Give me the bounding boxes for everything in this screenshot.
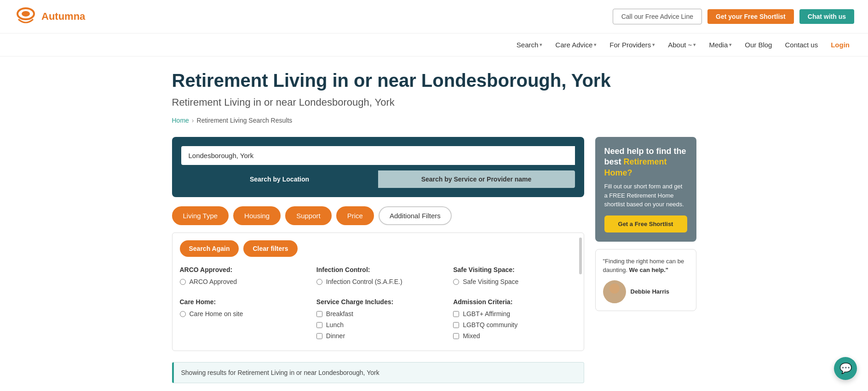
- top-bar-actions: Call our Free Advice Line Get your Free …: [613, 9, 854, 24]
- filter-grid: ARCO Approved: ARCO Approved Infection C…: [180, 266, 576, 343]
- filter-title-safe-visiting: Safe Visiting Space:: [453, 266, 576, 273]
- main-layout: Search by Location Search by Service or …: [172, 137, 696, 391]
- chat-icon: 💬: [839, 363, 852, 374]
- filter-checkbox-breakfast[interactable]: [316, 311, 322, 317]
- filter-checkbox-lunch[interactable]: [316, 322, 322, 328]
- filter-option-safe-visiting[interactable]: Safe Visiting Space: [453, 278, 576, 285]
- page-title: Retirement Living in or near Londesborou…: [172, 70, 696, 91]
- nav-contact[interactable]: Contact us: [780, 34, 822, 56]
- logo-link[interactable]: Autumna: [14, 5, 85, 28]
- breadcrumb: Home › Retirement Living Search Results: [172, 117, 696, 124]
- filter-radio-arco[interactable]: [180, 279, 186, 285]
- nav-blog[interactable]: Our Blog: [740, 34, 776, 56]
- chevron-down-icon: ▾: [729, 42, 732, 48]
- chat-button[interactable]: Chat with us: [799, 9, 854, 24]
- action-bar: Search Again Clear filters: [180, 240, 576, 257]
- page-subtitle: Retirement Living in or near Londesborou…: [172, 96, 696, 108]
- content-wrap: Retirement Living in or near Londesborou…: [158, 57, 710, 391]
- search-input-row: [181, 146, 575, 165]
- filter-option-arco[interactable]: ARCO Approved: [180, 278, 303, 285]
- testimonial-emphasis: We can help.": [629, 266, 668, 273]
- nav-media[interactable]: Media ▾: [704, 34, 736, 56]
- search-again-button[interactable]: Search Again: [180, 240, 239, 257]
- filter-section-service-charge: Service Charge Includes: Breakfast Lunch…: [316, 298, 439, 343]
- pill-living-type[interactable]: Living Type: [172, 206, 229, 225]
- pill-price[interactable]: Price: [336, 206, 374, 225]
- avatar: [603, 280, 626, 303]
- testimonial-card: "Finding the right home can be daunting.…: [595, 249, 696, 311]
- chevron-down-icon: ▾: [540, 42, 542, 48]
- main-nav: Search ▾ Care Advice ▾ For Providers ▾ A…: [0, 34, 868, 57]
- chevron-down-icon: ▾: [693, 42, 696, 48]
- additional-filters-panel: Search Again Clear filters ARCO Approved…: [172, 232, 584, 351]
- nav-login[interactable]: Login: [826, 34, 854, 56]
- nav-care-advice[interactable]: Care Advice ▾: [551, 34, 601, 56]
- svg-point-3: [606, 294, 623, 303]
- filter-option-care-home[interactable]: Care Home on site: [180, 310, 303, 317]
- testimonial-author: Debbie Harris: [603, 280, 689, 303]
- advice-button[interactable]: Call our Free Advice Line: [613, 9, 702, 24]
- filter-title-arco: ARCO Approved:: [180, 266, 303, 273]
- search-tabs: Search by Location Search by Service or …: [181, 170, 575, 188]
- filter-option-infection[interactable]: Infection Control (S.A.F.E.): [316, 278, 439, 285]
- results-info-bar: Showing results for Retirement Living in…: [172, 362, 584, 383]
- nav-search[interactable]: Search ▾: [512, 34, 547, 56]
- svg-point-2: [609, 283, 620, 294]
- nav-for-providers[interactable]: For Providers ▾: [605, 34, 660, 56]
- breadcrumb-home[interactable]: Home: [172, 117, 189, 124]
- filter-radio-infection[interactable]: [316, 279, 322, 285]
- chevron-down-icon: ▾: [594, 42, 597, 48]
- filter-radio-safe-visiting[interactable]: [453, 279, 459, 285]
- search-box: Search by Location Search by Service or …: [172, 137, 584, 197]
- filter-pills: Living Type Housing Support Price Additi…: [172, 206, 584, 225]
- filter-option-mixed[interactable]: Mixed: [453, 332, 576, 340]
- search-input[interactable]: [181, 146, 575, 165]
- help-card: Need help to find the best Retirement Ho…: [595, 137, 696, 242]
- pill-housing[interactable]: Housing: [233, 206, 281, 225]
- filter-option-lunch[interactable]: Lunch: [316, 321, 439, 329]
- help-card-title: Need help to find the best Retirement Ho…: [604, 146, 687, 178]
- breadcrumb-current: Retirement Living Search Results: [197, 117, 293, 124]
- shortlist-button[interactable]: Get your Free Shortlist: [707, 9, 794, 24]
- top-bar: Autumna Call our Free Advice Line Get yo…: [0, 0, 868, 34]
- pill-additional-filters[interactable]: Additional Filters: [379, 206, 452, 225]
- filter-section-safe-visiting: Safe Visiting Space: Safe Visiting Space: [453, 266, 576, 289]
- filter-checkbox-lgbtq[interactable]: [453, 322, 459, 328]
- tab-service[interactable]: Search by Service or Provider name: [378, 170, 575, 188]
- logo-svg: [14, 5, 38, 28]
- filter-title-infection: Infection Control:: [316, 266, 439, 273]
- testimonial-name: Debbie Harris: [631, 288, 670, 295]
- results-text: Showing results for Retirement Living in…: [181, 369, 379, 376]
- help-card-body: Fill out our short form and get a FREE R…: [604, 182, 687, 209]
- chevron-down-icon: ▾: [652, 42, 655, 48]
- svg-point-1: [22, 11, 30, 17]
- filter-section-infection: Infection Control: Infection Control (S.…: [316, 266, 439, 289]
- filter-title-service-charge: Service Charge Includes:: [316, 298, 439, 306]
- filter-title-care-home: Care Home:: [180, 298, 303, 306]
- logo-text: Autumna: [41, 11, 85, 23]
- filter-section-admission: Admission Criteria: LGBT+ Affirming LGBT…: [453, 298, 576, 343]
- tab-location[interactable]: Search by Location: [181, 170, 378, 188]
- chat-bubble[interactable]: 💬: [834, 357, 857, 380]
- filter-section-care-home: Care Home: Care Home on site: [180, 298, 303, 343]
- right-sidebar: Need help to find the best Retirement Ho…: [595, 137, 696, 311]
- results-area: Showing results for Retirement Living in…: [172, 357, 584, 391]
- clear-filters-button[interactable]: Clear filters: [243, 240, 297, 257]
- filter-option-breakfast[interactable]: Breakfast: [316, 310, 439, 317]
- panel-scrollbar: [579, 238, 582, 274]
- filter-option-lgbt-affirming[interactable]: LGBT+ Affirming: [453, 310, 576, 317]
- nav-about[interactable]: About ~ ▾: [663, 34, 701, 56]
- filter-checkbox-lgbt-affirming[interactable]: [453, 311, 459, 317]
- filter-option-dinner[interactable]: Dinner: [316, 332, 439, 340]
- testimonial-text: "Finding the right home can be daunting.…: [603, 257, 689, 275]
- filter-option-lgbtq[interactable]: LGBTQ community: [453, 321, 576, 329]
- free-shortlist-button[interactable]: Get a Free Shortlist: [604, 215, 687, 232]
- left-column: Search by Location Search by Service or …: [172, 137, 584, 391]
- avatar-image: [603, 280, 626, 303]
- filter-checkbox-mixed[interactable]: [453, 333, 459, 339]
- filter-title-admission: Admission Criteria:: [453, 298, 576, 306]
- pill-support[interactable]: Support: [285, 206, 332, 225]
- logo-area: Autumna: [14, 5, 85, 28]
- filter-checkbox-dinner[interactable]: [316, 333, 322, 339]
- filter-radio-care-home[interactable]: [180, 311, 186, 317]
